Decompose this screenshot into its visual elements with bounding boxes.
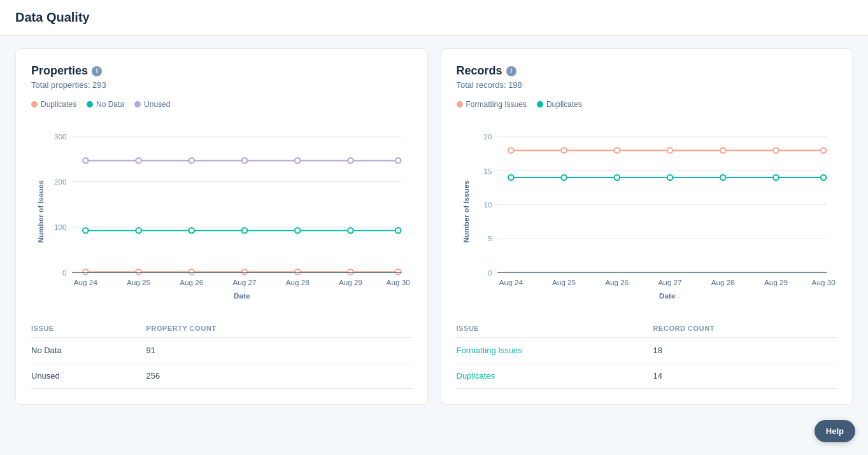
records-table: ISSUE RECORD COUNT Formatting Issues 18 … (457, 319, 837, 389)
svg-point-28 (395, 269, 401, 275)
svg-text:Aug 24: Aug 24 (499, 278, 523, 286)
svg-text:15: 15 (483, 167, 492, 175)
table-row: Duplicates 14 (457, 363, 837, 388)
properties-card-title: Properties i (31, 64, 412, 78)
svg-point-10 (189, 158, 195, 164)
svg-text:Number of Issues: Number of Issues (462, 180, 470, 243)
properties-legend: Duplicates No Data Unused (31, 100, 412, 109)
svg-point-24 (189, 269, 195, 275)
svg-point-54 (773, 148, 779, 153)
legend-dot-unused (134, 101, 141, 108)
svg-point-9 (136, 158, 141, 164)
svg-point-18 (242, 228, 248, 234)
properties-col-issue: ISSUE (31, 319, 146, 338)
legend-dot-records-duplicates (537, 101, 543, 108)
svg-point-61 (773, 175, 779, 181)
svg-point-14 (395, 158, 401, 164)
svg-point-16 (136, 228, 141, 234)
svg-text:Aug 29: Aug 29 (764, 278, 787, 286)
svg-text:Aug 28: Aug 28 (286, 278, 310, 286)
svg-point-51 (614, 148, 620, 153)
svg-text:200: 200 (54, 178, 67, 186)
page-header: Data Quality (0, 0, 868, 36)
legend-item-records-duplicates: Duplicates (537, 100, 582, 109)
records-subtitle: Total records: 198 (457, 80, 837, 90)
svg-text:300: 300 (54, 132, 67, 141)
svg-text:Aug 26: Aug 26 (180, 278, 203, 286)
svg-text:Aug 28: Aug 28 (711, 278, 735, 286)
svg-text:Aug 27: Aug 27 (658, 278, 681, 286)
legend-item-unused: Unused (134, 100, 170, 109)
properties-table: ISSUE PROPERTY COUNT No Data 91 Unused 2… (31, 319, 412, 389)
svg-point-49 (508, 148, 514, 153)
properties-info-icon[interactable]: i (92, 66, 102, 76)
properties-col-count: PROPERTY COUNT (146, 319, 412, 338)
svg-text:Aug 30: Aug 30 (387, 278, 411, 286)
table-row: No Data 91 (31, 337, 412, 363)
svg-point-20 (348, 228, 353, 234)
legend-dot-formatting (457, 101, 463, 108)
legend-item-formatting: Formatting Issues (457, 100, 527, 109)
svg-point-62 (820, 175, 826, 181)
records-chart-svg: Number of Issues 20 15 10 5 0 (457, 116, 837, 307)
records-col-issue: ISSUE (457, 319, 653, 338)
svg-text:Aug 26: Aug 26 (605, 278, 629, 286)
svg-point-57 (561, 175, 567, 181)
svg-point-60 (720, 175, 725, 181)
unused-point (83, 158, 89, 164)
svg-point-11 (242, 158, 248, 164)
main-content: Properties i Total properties: 293 Dupli… (0, 36, 868, 417)
svg-text:Aug 25: Aug 25 (552, 278, 576, 286)
svg-text:Number of Issues: Number of Issues (36, 180, 45, 243)
svg-point-50 (561, 148, 567, 153)
formatting-issues-link[interactable]: Formatting Issues (457, 337, 653, 363)
svg-text:100: 100 (54, 223, 67, 231)
properties-chart: Number of Issues 300 200 100 0 (31, 116, 412, 307)
svg-point-13 (348, 158, 353, 164)
svg-text:Aug 27: Aug 27 (232, 278, 256, 286)
svg-point-19 (295, 228, 301, 234)
svg-point-17 (189, 228, 195, 234)
legend-item-duplicates: Duplicates (31, 100, 76, 109)
properties-card: Properties i Total properties: 293 Dupli… (15, 48, 428, 405)
svg-text:0: 0 (62, 269, 67, 277)
svg-point-15 (83, 228, 89, 234)
svg-point-52 (667, 148, 672, 153)
svg-point-56 (508, 175, 514, 181)
legend-dot-duplicates (31, 101, 38, 108)
records-legend: Formatting Issues Duplicates (457, 100, 837, 109)
svg-text:Date: Date (659, 291, 676, 300)
table-row: Unused 256 (31, 363, 412, 388)
svg-point-21 (395, 228, 401, 234)
svg-text:Date: Date (234, 291, 250, 300)
properties-chart-svg: Number of Issues 300 200 100 0 (31, 116, 412, 307)
records-col-count: RECORD COUNT (653, 319, 837, 338)
svg-point-26 (295, 269, 301, 275)
svg-point-23 (136, 269, 141, 275)
svg-text:Aug 30: Aug 30 (811, 278, 836, 286)
svg-point-25 (242, 269, 248, 275)
records-info-icon[interactable]: i (506, 66, 516, 76)
records-card-title: Records i (457, 64, 837, 78)
svg-text:Aug 24: Aug 24 (74, 278, 98, 286)
legend-item-nodata: No Data (87, 100, 124, 109)
svg-text:Aug 29: Aug 29 (339, 278, 362, 286)
page-title: Data Quality (15, 10, 853, 25)
legend-dot-nodata (87, 101, 93, 108)
records-card: Records i Total records: 198 Formatting … (441, 48, 853, 405)
svg-point-58 (614, 175, 620, 181)
svg-point-53 (720, 148, 725, 153)
svg-text:0: 0 (487, 269, 492, 277)
table-row: Formatting Issues 18 (457, 337, 837, 363)
svg-point-12 (295, 158, 301, 164)
records-chart: Number of Issues 20 15 10 5 0 (457, 116, 837, 307)
svg-text:Aug 25: Aug 25 (127, 278, 151, 286)
svg-text:10: 10 (483, 200, 492, 209)
svg-text:5: 5 (487, 234, 492, 242)
svg-point-59 (667, 175, 672, 181)
svg-point-22 (83, 269, 89, 275)
duplicates-link[interactable]: Duplicates (457, 363, 653, 388)
svg-text:20: 20 (483, 132, 492, 141)
properties-subtitle: Total properties: 293 (31, 80, 412, 90)
svg-point-27 (348, 269, 353, 275)
